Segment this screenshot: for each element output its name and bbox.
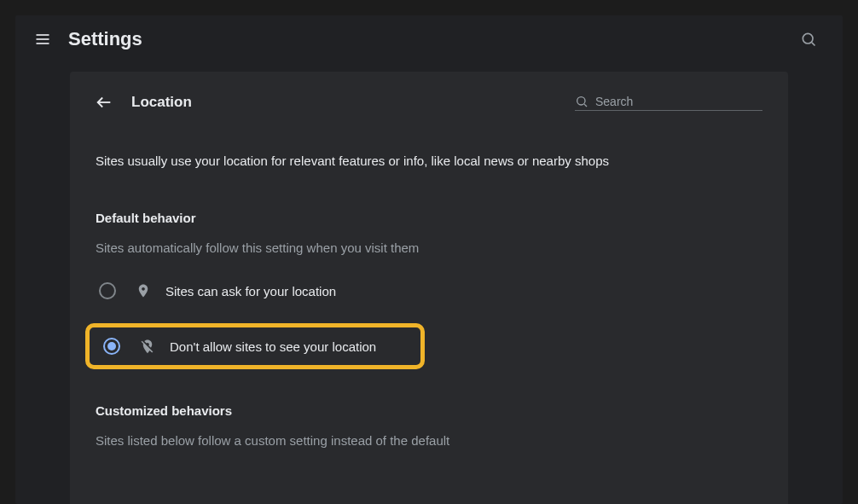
app-title: Settings [68, 28, 142, 50]
global-search-button[interactable] [791, 22, 826, 56]
radio-button[interactable] [99, 282, 116, 299]
location-pin-icon [135, 282, 152, 299]
search-icon [575, 95, 588, 108]
page-title: Location [131, 94, 192, 111]
option-label: Sites can ask for your location [165, 284, 336, 298]
svg-line-4 [812, 43, 815, 46]
back-button[interactable] [89, 87, 119, 118]
location-off-icon [139, 338, 156, 355]
hamburger-icon [34, 31, 51, 48]
svg-point-6 [577, 96, 585, 104]
option-label: Don't allow sites to see your location [170, 339, 376, 354]
search-icon [800, 31, 817, 48]
settings-panel: Location Sites usually use your location… [70, 72, 788, 504]
default-behavior-title: Default behavior [96, 211, 762, 225]
radio-button[interactable] [103, 338, 120, 355]
svg-line-7 [584, 104, 587, 107]
page-search[interactable] [575, 95, 762, 111]
search-input[interactable] [595, 95, 749, 108]
option-ask-location[interactable]: Sites can ask for your location [96, 274, 762, 308]
default-behavior-subtitle: Sites automatically follow this setting … [96, 240, 762, 255]
topbar: Settings [15, 15, 843, 63]
customized-behaviors-subtitle: Sites listed below follow a custom setti… [96, 433, 762, 448]
arrow-left-icon [95, 93, 113, 112]
svg-point-3 [803, 33, 813, 43]
menu-button[interactable] [26, 22, 60, 56]
option-block-location-highlighted[interactable]: Don't allow sites to see your location [85, 323, 425, 369]
customized-behaviors-title: Customized behaviors [96, 403, 762, 418]
page-description: Sites usually use your location for rele… [96, 152, 762, 170]
